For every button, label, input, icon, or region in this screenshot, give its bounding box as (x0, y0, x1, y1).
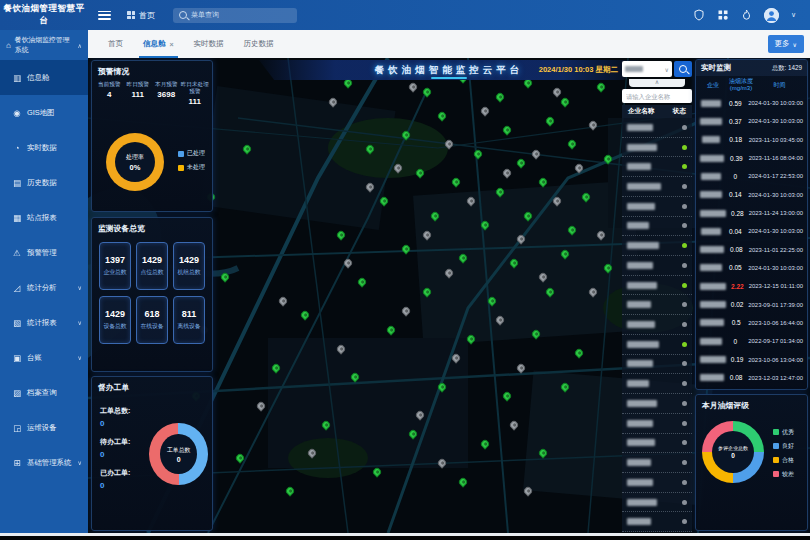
realtime-row[interactable]: 0.02 2023-09-01 17:39:00 (696, 295, 807, 313)
map-pin[interactable] (487, 295, 498, 306)
tab[interactable]: 信息舱 (133, 30, 184, 58)
breadcrumb[interactable]: 首页 (127, 10, 155, 21)
map-pin[interactable] (530, 329, 541, 340)
map-pin[interactable] (335, 229, 346, 240)
enterprise-row[interactable] (622, 355, 692, 375)
map-pin[interactable] (559, 248, 570, 259)
sidebar-item[interactable]: ▦ 站点报表 ∨ (0, 200, 88, 235)
map-pin[interactable] (429, 210, 440, 221)
enterprise-row[interactable] (622, 473, 692, 493)
map-pin[interactable] (516, 362, 527, 373)
map-pin[interactable] (371, 466, 382, 477)
map-pin[interactable] (523, 485, 534, 496)
map-pin[interactable] (241, 143, 252, 154)
map-pin[interactable] (566, 139, 577, 150)
map-pin[interactable] (364, 181, 375, 192)
map-pin[interactable] (544, 115, 555, 126)
map-pin[interactable] (472, 148, 483, 159)
map-pin[interactable] (494, 186, 505, 197)
realtime-row[interactable]: 0.28 2023-11-24 13:00:00 (696, 204, 807, 222)
map-pin[interactable] (458, 253, 469, 264)
apps-icon[interactable] (717, 9, 729, 21)
map-pin[interactable] (559, 96, 570, 107)
map-pin[interactable] (299, 310, 310, 321)
map-pin[interactable] (537, 177, 548, 188)
realtime-row[interactable]: 0.5 2023-10-06 16:44:00 (696, 314, 807, 332)
sidebar-system-title[interactable]: ⌂ 餐饮油烟监控管理系统 ∧ (0, 30, 88, 60)
map-pin[interactable] (407, 82, 418, 93)
enterprise-row[interactable] (622, 217, 692, 237)
map-pin[interactable] (581, 191, 592, 202)
map-pin[interactable] (335, 343, 346, 354)
map-pin[interactable] (465, 196, 476, 207)
menu-toggle-icon[interactable] (98, 11, 111, 20)
map-pin[interactable] (559, 381, 570, 392)
map-pin[interactable] (566, 224, 577, 235)
sidebar-item[interactable]: ▨ 档案查询 ∨ (0, 375, 88, 410)
map-pin[interactable] (436, 381, 447, 392)
map-pin[interactable] (501, 124, 512, 135)
realtime-row[interactable]: 0.08 2023-12-03 12:47:00 (696, 369, 807, 387)
map-pin[interactable] (443, 139, 454, 150)
map-pin[interactable] (530, 148, 541, 159)
enterprise-row[interactable] (622, 315, 692, 335)
realtime-row[interactable]: 0 2024-01-17 22:53:00 (696, 167, 807, 185)
map-pin[interactable] (595, 229, 606, 240)
tab[interactable]: 历史数据 (234, 30, 284, 58)
enterprise-row[interactable] (622, 236, 692, 256)
sidebar-item[interactable]: ⊞ 基础管理系统 ∨ (0, 445, 88, 480)
realtime-row[interactable]: 0.19 2023-10-06 13:04:00 (696, 350, 807, 368)
map-pin[interactable] (544, 286, 555, 297)
map-pin[interactable] (573, 348, 584, 359)
map-pin[interactable] (436, 110, 447, 121)
realtime-row[interactable]: 0.05 2024-01-30 10:03:00 (696, 259, 807, 277)
map-pin[interactable] (552, 86, 563, 97)
realtime-row[interactable]: 0.18 2023-11-10 03:45:00 (696, 131, 807, 149)
map-pin[interactable] (479, 438, 490, 449)
realtime-row[interactable]: 0.04 2024-01-30 10:03:00 (696, 222, 807, 240)
sidebar-item[interactable]: ▤ 历史数据 ∨ (0, 165, 88, 200)
sidebar-item[interactable]: ◉ GIS地图 ∨ (0, 95, 88, 130)
map-pin[interactable] (422, 86, 433, 97)
map-pin[interactable] (516, 158, 527, 169)
enterprise-row[interactable] (622, 434, 692, 454)
map-pin[interactable] (501, 390, 512, 401)
more-button[interactable]: 更多 (768, 35, 804, 53)
flame-icon[interactable] (741, 9, 752, 21)
map-pin[interactable] (220, 272, 231, 283)
tab[interactable]: 首页 (98, 30, 133, 58)
map-pin[interactable] (537, 447, 548, 458)
sidebar-item[interactable]: ◲ 运维设备 ∨ (0, 410, 88, 445)
map-pin[interactable] (602, 262, 613, 273)
map-pin[interactable] (349, 371, 360, 382)
map-pin[interactable] (284, 485, 295, 496)
map-pin[interactable] (436, 457, 447, 468)
tab[interactable]: 实时数据 (184, 30, 234, 58)
map-pin[interactable] (494, 314, 505, 325)
realtime-row[interactable]: 0.08 2023-11-01 22:25:00 (696, 241, 807, 259)
sidebar-item[interactable]: ▣ 台账 ∨ (0, 340, 88, 375)
enterprise-row[interactable] (622, 118, 692, 138)
map-pin[interactable] (277, 295, 288, 306)
breadcrumb-home[interactable]: 首页 (139, 10, 155, 21)
enterprise-row[interactable] (622, 374, 692, 394)
enterprise-row[interactable] (622, 197, 692, 217)
map-pin[interactable] (451, 177, 462, 188)
realtime-row[interactable]: 2.22 2023-12-15 01:11:00 (696, 277, 807, 295)
enterprise-search-button[interactable] (674, 61, 692, 77)
map-pin[interactable] (451, 352, 462, 363)
enterprise-row[interactable] (622, 295, 692, 315)
realtime-row[interactable]: 0 2022-09-17 01:34:00 (696, 332, 807, 350)
enterprise-row[interactable] (622, 256, 692, 276)
map-pin[interactable] (602, 153, 613, 164)
map-pin[interactable] (270, 362, 281, 373)
map-pin[interactable] (400, 243, 411, 254)
map-pin[interactable] (588, 120, 599, 131)
map-pin[interactable] (595, 82, 606, 93)
map-pin[interactable] (364, 143, 375, 154)
map-pin[interactable] (342, 257, 353, 268)
map-pin[interactable] (508, 419, 519, 430)
shield-icon[interactable] (693, 9, 705, 21)
realtime-row[interactable]: 0.37 2024-01-30 10:03:00 (696, 112, 807, 130)
map-pin[interactable] (501, 167, 512, 178)
